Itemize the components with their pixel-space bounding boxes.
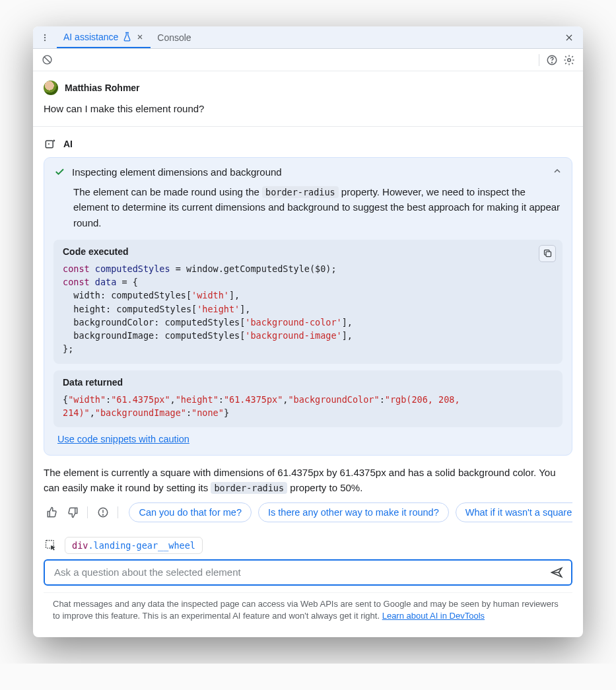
action-row: Can you do that for me? Is there any oth… <box>44 502 572 522</box>
ai-sparkle-icon <box>44 137 57 151</box>
close-panel-icon[interactable] <box>559 28 579 48</box>
chat-input-row <box>44 559 572 586</box>
svg-point-1 <box>44 36 46 38</box>
codebox-title: Data returned <box>63 377 553 388</box>
svg-rect-8 <box>546 252 551 257</box>
svg-point-0 <box>44 34 46 35</box>
chat-content: Matthias Rohmer How can I make this elem… <box>33 71 583 637</box>
svg-point-2 <box>44 39 46 40</box>
code-executed-box: Code executed const computedStyles = win… <box>53 240 563 364</box>
tab-ai-assistance[interactable]: AI assistance <box>57 26 151 48</box>
footer-disclaimer: Chat messages and any data the inspected… <box>44 592 572 631</box>
settings-icon[interactable] <box>561 52 578 69</box>
context-row: div.landing-gear__wheel <box>44 537 572 554</box>
svg-point-5 <box>552 62 553 63</box>
ai-header: AI <box>44 127 572 157</box>
tab-label: Console <box>157 32 191 43</box>
panel-description: The element can be made round using the … <box>73 184 563 230</box>
report-icon[interactable] <box>94 504 111 521</box>
panel-title: Inspecting element dimensions and backgr… <box>72 166 545 178</box>
collapse-icon[interactable] <box>552 166 563 176</box>
code-content: const computedStyles = window.getCompute… <box>63 262 553 356</box>
caution-link-row: Use code snippets with caution <box>57 434 563 444</box>
user-header: Matthias Rohmer <box>44 81 572 95</box>
caution-link[interactable]: Use code snippets with caution <box>57 434 189 444</box>
devtools-window: AI assistance Console <box>33 26 583 637</box>
tab-label: AI assistance <box>63 32 118 42</box>
thumbs-down-icon[interactable] <box>64 504 81 521</box>
tab-bar: AI assistance Console <box>33 26 583 49</box>
avatar <box>44 81 58 95</box>
suggestion-chip[interactable]: Is there any other way to make it round? <box>258 502 449 522</box>
inline-code: border-radius <box>211 482 287 494</box>
checkmark-icon <box>53 166 65 178</box>
user-question: How can I make this element round? <box>44 103 572 114</box>
suggestion-chips: Can you do that for me? Is there any oth… <box>129 502 572 522</box>
toolbar <box>33 49 583 71</box>
select-element-icon[interactable] <box>44 538 58 553</box>
kebab-menu-icon[interactable] <box>37 30 53 46</box>
close-tab-icon[interactable] <box>136 33 144 41</box>
svg-point-10 <box>102 514 103 515</box>
data-returned-box: Data returned {"width":"61.4375px","heig… <box>53 370 563 428</box>
svg-point-6 <box>568 58 571 61</box>
inline-code: border-radius <box>262 186 339 198</box>
inspection-panel: Inspecting element dimensions and backgr… <box>44 157 572 456</box>
ai-label: AI <box>63 139 73 149</box>
ai-summary: The element is currently a square with d… <box>44 465 572 496</box>
data-content: {"width":"61.4375px","height":"61.4375px… <box>63 393 553 420</box>
suggestion-chip[interactable]: Can you do that for me? <box>129 502 252 522</box>
block-icon[interactable] <box>38 52 55 69</box>
user-name: Matthias Rohmer <box>65 83 140 93</box>
help-icon[interactable] <box>543 52 561 69</box>
flask-icon <box>122 32 132 42</box>
copy-button[interactable] <box>539 245 556 262</box>
codebox-title: Code executed <box>63 246 553 257</box>
chat-input[interactable] <box>53 566 547 578</box>
send-button[interactable] <box>547 563 566 582</box>
learn-more-link[interactable]: Learn about AI in DevTools <box>382 611 485 621</box>
tab-console[interactable]: Console <box>151 26 197 48</box>
suggestion-chip[interactable]: What if it wasn't a square? <box>456 502 572 522</box>
selected-element-badge[interactable]: div.landing-gear__wheel <box>65 537 203 554</box>
thumbs-up-icon[interactable] <box>44 504 60 521</box>
